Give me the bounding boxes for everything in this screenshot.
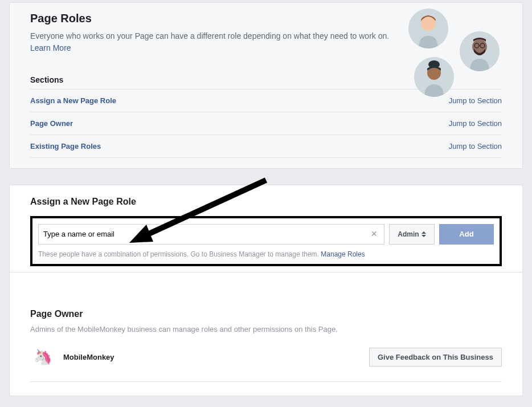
- section-row: Existing Page Roles Jump to Section: [30, 135, 502, 158]
- owner-name: MobileMonkey: [63, 353, 114, 361]
- role-select-label: Admin: [398, 230, 419, 238]
- add-button[interactable]: Add: [439, 224, 494, 245]
- name-or-email-input[interactable]: [43, 230, 369, 238]
- jump-link[interactable]: Jump to Section: [449, 119, 502, 128]
- jump-link[interactable]: Jump to Section: [449, 142, 502, 150]
- section-link-existing[interactable]: Existing Page Roles: [30, 142, 101, 150]
- manage-roles-link[interactable]: Manage Roles: [321, 250, 365, 258]
- section-link-owner[interactable]: Page Owner: [30, 119, 73, 128]
- learn-more-link[interactable]: Learn More: [30, 43, 71, 52]
- avatar-icon: [408, 9, 448, 48]
- name-input-wrap[interactable]: ×: [38, 224, 384, 245]
- assign-section: Assign a New Page Role × Admin Add These…: [9, 185, 523, 272]
- owner-heading: Page Owner: [30, 309, 502, 319]
- assign-helper-text: These people have a combination of permi…: [38, 250, 494, 258]
- svg-marker-12: [421, 235, 426, 237]
- section-link-assign[interactable]: Assign a New Page Role: [30, 96, 116, 105]
- sort-icon: [421, 231, 426, 237]
- avatar-icon: [460, 31, 500, 71]
- avatar-decor: [397, 9, 500, 105]
- owner-row: 🦄 MobileMonkey Give Feedback on This Bus…: [30, 345, 502, 382]
- role-select[interactable]: Admin: [389, 224, 435, 245]
- owner-description: Admins of the MobileMonkey business can …: [30, 325, 502, 333]
- clear-input-icon[interactable]: ×: [369, 228, 379, 240]
- assign-heading: Assign a New Page Role: [30, 197, 502, 207]
- owner-section: Page Owner Admins of the MobileMonkey bu…: [9, 295, 523, 396]
- give-feedback-button[interactable]: Give Feedback on This Business: [369, 348, 502, 367]
- assign-box-highlight: × Admin Add These people have a combinat…: [30, 216, 502, 266]
- svg-marker-11: [421, 231, 426, 234]
- avatar-icon: [414, 57, 454, 97]
- section-row: Page Owner Jump to Section: [30, 112, 502, 135]
- owner-logo-icon: 🦄: [30, 345, 55, 370]
